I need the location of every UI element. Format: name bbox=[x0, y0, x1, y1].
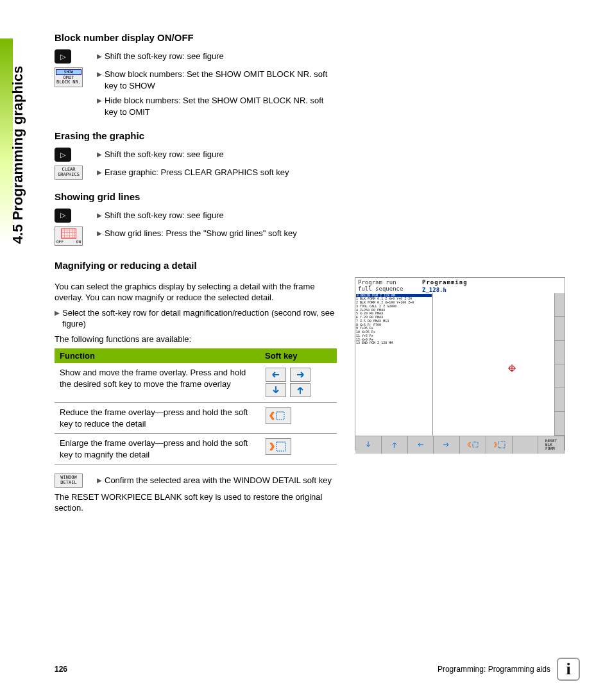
sk-enlarge[interactable] bbox=[486, 436, 513, 454]
text: Shift the soft-key row: see figure bbox=[105, 149, 224, 160]
list-item: 13 END PGM Z_128 MM bbox=[356, 341, 432, 345]
functions-table: Function Soft key Show and move the fram… bbox=[55, 348, 337, 465]
svg-rect-0 bbox=[276, 412, 284, 420]
text: Hide block numbers: Set the SHOW OMIT BL… bbox=[105, 95, 328, 117]
triangle-bullet-icon: ▶ bbox=[97, 96, 102, 105]
text: Erase graphic: Press CLEAR GRAPHICS soft… bbox=[105, 167, 289, 178]
func-text: Show and move the frame overlay. Press a… bbox=[55, 363, 260, 402]
table-row: Reduce the frame overlay—press and hold … bbox=[55, 403, 337, 434]
heading-block-number: Block number display ON/OFF bbox=[55, 32, 580, 43]
para: The following functions are available: bbox=[55, 334, 337, 345]
sk-blank[interactable] bbox=[513, 436, 539, 454]
sk-left[interactable] bbox=[408, 436, 434, 454]
program-list: 0 BEGIN PGM Z_128 MM 1 BLK FORM 0.1 Z X+… bbox=[355, 293, 432, 436]
text: Shift the soft-key row: see figure bbox=[105, 51, 224, 62]
col-function: Function bbox=[55, 348, 260, 363]
grid-lines-softkey[interactable]: OFFON bbox=[55, 226, 83, 246]
target-icon bbox=[508, 364, 516, 372]
sk-down[interactable] bbox=[355, 436, 382, 454]
shift-key-button[interactable]: ▷ bbox=[55, 209, 71, 223]
softkey-line: GRAPHICS bbox=[56, 173, 81, 178]
text: Show block numbers: Set the SHOW OMIT BL… bbox=[105, 69, 328, 91]
graphics-area bbox=[432, 293, 554, 436]
sk-reduce[interactable] bbox=[460, 436, 486, 454]
svg-rect-1 bbox=[276, 442, 285, 451]
svg-rect-3 bbox=[473, 442, 478, 447]
para: You can select the graphics display by s… bbox=[55, 281, 337, 303]
text: Show grid lines: Press the "Show grid li… bbox=[105, 228, 297, 239]
arrow-left-softkey[interactable] bbox=[266, 368, 286, 382]
off-label: OFF bbox=[56, 239, 64, 244]
shift-key-button[interactable]: ▷ bbox=[55, 148, 71, 162]
scr-title: Programming bbox=[420, 278, 470, 287]
softkey-cell bbox=[260, 363, 337, 402]
heading-magnify: Magnifying or reducing a detail bbox=[55, 260, 580, 271]
scr-mode-line2: full sequence bbox=[358, 286, 417, 292]
sk-reset[interactable]: RESET BLK FORM bbox=[538, 436, 565, 454]
text: Confirm the selected area with the WINDO… bbox=[105, 475, 332, 486]
softkey-line: DETAIL bbox=[56, 481, 81, 486]
heading-erase: Erasing the graphic bbox=[55, 130, 580, 141]
scr-mode-line1: Program run bbox=[358, 279, 417, 286]
scr-file: Z_128.h bbox=[420, 287, 470, 293]
clear-graphics-softkey[interactable]: CLEAR GRAPHICS bbox=[55, 166, 83, 179]
controller-screenshot: Program run full sequence Programming Z_… bbox=[355, 277, 565, 450]
sk-right[interactable] bbox=[434, 436, 460, 454]
on-label: ON bbox=[76, 239, 81, 244]
arrow-up-softkey[interactable] bbox=[290, 383, 310, 397]
svg-rect-4 bbox=[498, 441, 505, 448]
table-row: Show and move the frame overlay. Press a… bbox=[55, 363, 337, 402]
side-section-title: 4.5 Programming graphics bbox=[10, 65, 26, 244]
triangle-bullet-icon: ▶ bbox=[97, 70, 102, 79]
triangle-bullet-icon: ▶ bbox=[97, 476, 102, 485]
triangle-bullet-icon: ▶ bbox=[97, 229, 102, 238]
info-icon: i bbox=[557, 658, 580, 681]
show-omit-softkey[interactable]: SHOW OMIT BLOCK NR. bbox=[55, 67, 83, 87]
triangle-bullet-icon: ▶ bbox=[97, 52, 102, 61]
text: Select the soft-key row for detail magni… bbox=[62, 307, 337, 330]
text: Shift the soft-key row: see figure bbox=[105, 210, 224, 221]
arrow-down-softkey[interactable] bbox=[266, 383, 286, 397]
softkey-bot: BLOCK NR. bbox=[56, 80, 81, 85]
softkey-top: SHOW bbox=[56, 69, 81, 75]
triangle-bullet-icon: ▶ bbox=[55, 309, 60, 318]
triangle-bullet-icon: ▶ bbox=[97, 150, 102, 159]
table-row: Enlarge the frame overlay—press and hold… bbox=[55, 434, 337, 465]
triangle-bullet-icon: ▶ bbox=[97, 211, 102, 220]
triangle-bullet-icon: ▶ bbox=[97, 168, 102, 177]
heading-grid: Showing grid lines bbox=[55, 191, 580, 202]
reduce-softkey[interactable] bbox=[266, 407, 291, 424]
grid-icon bbox=[61, 228, 76, 239]
func-text: Enlarge the frame overlay—press and hold… bbox=[55, 434, 260, 465]
right-softkey-bar bbox=[554, 293, 565, 436]
chapter-label: Programming: Programming aids bbox=[438, 665, 550, 674]
col-softkey: Soft key bbox=[260, 348, 337, 363]
sk-up[interactable] bbox=[382, 436, 408, 454]
shift-key-button[interactable]: ▷ bbox=[55, 49, 71, 64]
bottom-softkey-row: RESET BLK FORM bbox=[355, 436, 565, 454]
page-number: 126 bbox=[55, 665, 67, 674]
func-text: Reduce the frame overlay—press and hold … bbox=[55, 403, 260, 434]
window-detail-softkey[interactable]: WINDOW DETAIL bbox=[55, 474, 83, 487]
para: The RESET WORKPIECE BLANK soft key is us… bbox=[55, 491, 337, 514]
enlarge-softkey[interactable] bbox=[266, 438, 291, 455]
arrow-right-softkey[interactable] bbox=[290, 368, 310, 382]
